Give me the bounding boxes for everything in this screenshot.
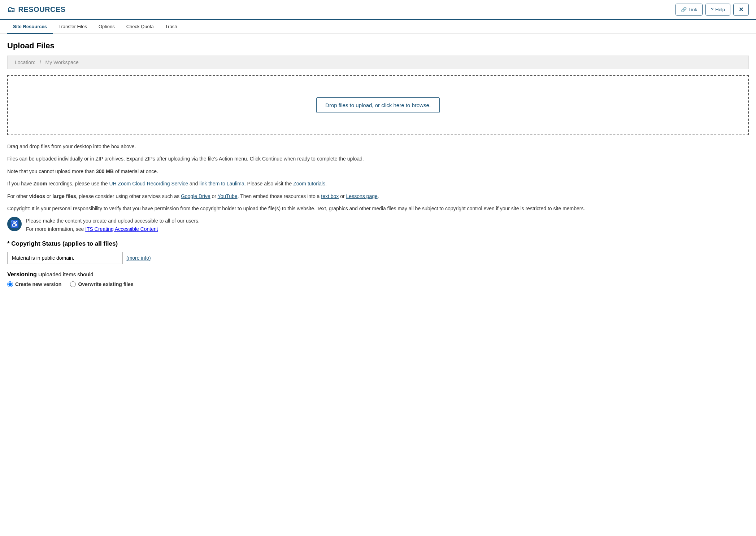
file-drop-zone[interactable]: Drop files to upload, or click here to b… [7, 75, 749, 135]
zoom-info: If you have Zoom recordings, please use … [7, 180, 749, 188]
create-new-version-radio[interactable] [7, 281, 13, 287]
tab-site-resources[interactable]: Site Resources [7, 20, 53, 34]
tab-trash[interactable]: Trash [160, 20, 183, 34]
size-limit-info: Note that you cannot upload more than 30… [7, 167, 749, 175]
google-drive-link[interactable]: Google Drive [181, 193, 210, 199]
lessons-page-link[interactable]: Lessons page [346, 193, 378, 199]
header-actions: 🔗 Link ? Help ✕ [675, 4, 749, 16]
copyright-status-title: * Copyright Status (applies to all files… [7, 240, 749, 247]
create-new-version-option[interactable]: Create new version [7, 281, 61, 287]
versioning-header: Versioning Uploaded items should [7, 271, 749, 278]
close-icon: ✕ [739, 6, 743, 13]
accessibility-icon: ♿ [7, 217, 22, 231]
location-bar: Location: / My Workspace [7, 56, 749, 69]
link-them-link[interactable]: link them to Laulima [199, 181, 244, 186]
zoom-cloud-link[interactable]: UH Zoom Cloud Recording Service [109, 181, 188, 186]
copyright-select-wrapper: Material is in public domain. I hold cop… [7, 252, 749, 264]
tab-options[interactable]: Options [93, 20, 121, 34]
info-section: Drag and drop files from your desktop in… [7, 142, 749, 212]
browse-files-button[interactable]: Drop files to upload, or click here to b… [316, 97, 440, 113]
location-separator: / [40, 60, 43, 65]
tab-check-quota[interactable]: Check Quota [121, 20, 160, 34]
accessibility-text: Please make the content you create and u… [26, 217, 200, 233]
main-content: Upload Files Location: / My Workspace Dr… [0, 34, 756, 302]
videos-info: For other videos or large files, please … [7, 192, 749, 200]
overwrite-files-label: Overwrite existing files [78, 281, 133, 287]
copyright-select[interactable]: Material is in public domain. I hold cop… [7, 252, 123, 264]
more-info-link[interactable]: (more info) [126, 255, 151, 261]
close-button[interactable]: ✕ [733, 4, 749, 16]
overwrite-files-option[interactable]: Overwrite existing files [70, 281, 133, 287]
location-path: My Workspace [45, 60, 79, 65]
help-icon: ? [711, 7, 713, 12]
youtube-link[interactable]: YouTube [218, 193, 238, 199]
create-new-version-label: Create new version [15, 281, 61, 287]
its-accessible-link[interactable]: ITS Creating Accessible Content [85, 226, 158, 232]
versioning-section: Versioning Uploaded items should Create … [7, 271, 749, 287]
tab-transfer-files[interactable]: Transfer Files [53, 20, 93, 34]
text-box-link[interactable]: text box [321, 193, 339, 199]
link-icon: 🔗 [681, 7, 687, 12]
app-title: 🗂 RESOURCES [7, 5, 66, 14]
versioning-options: Create new version Overwrite existing fi… [7, 281, 749, 287]
folder-icon: 🗂 [7, 5, 16, 14]
page-header: 🗂 RESOURCES 🔗 Link ? Help ✕ [0, 0, 756, 20]
location-label: Location: [15, 60, 35, 65]
link-button[interactable]: 🔗 Link [675, 4, 703, 16]
zoom-tutorials-link[interactable]: Zoom tutorials [293, 181, 325, 186]
copyright-status-section: * Copyright Status (applies to all files… [7, 240, 749, 264]
drag-drop-info: Drag and drop files from your desktop in… [7, 142, 749, 150]
accessibility-notice: ♿ Please make the content you create and… [7, 217, 749, 233]
copyright-info: Copyright: It is your personal responsib… [7, 205, 749, 212]
help-button[interactable]: ? Help [705, 4, 730, 16]
overwrite-files-radio[interactable] [70, 281, 76, 287]
zip-info: Files can be uploaded individually or in… [7, 155, 749, 163]
page-title: Upload Files [7, 41, 749, 50]
tab-bar: Site Resources Transfer Files Options Ch… [0, 20, 756, 34]
